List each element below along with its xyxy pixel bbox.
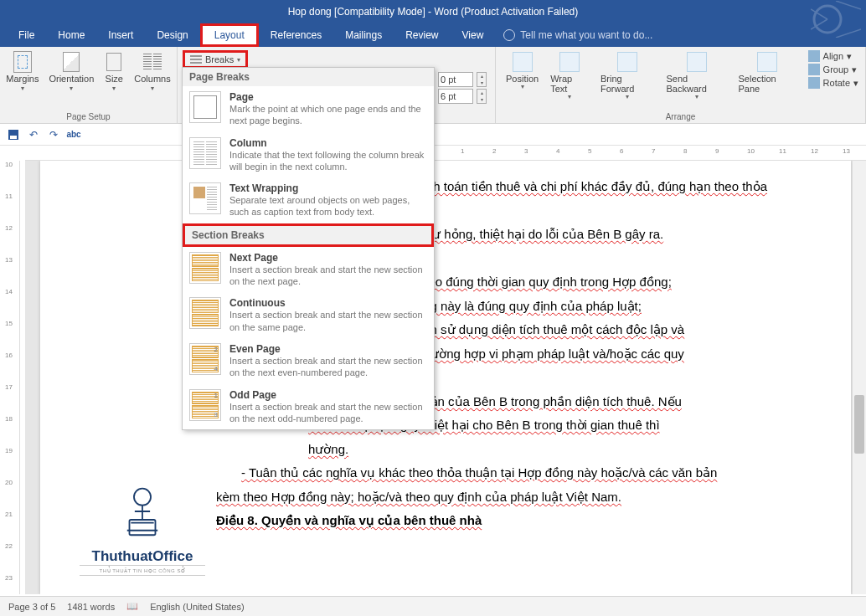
send-backward-button[interactable]: Send Backward▾ xyxy=(663,50,730,103)
break-column[interactable]: ColumnIndicate that the text following t… xyxy=(183,132,434,178)
orientation-button[interactable]: Orientation▾ xyxy=(45,50,97,95)
title-bar: Hop dong [Compatibility Mode] - Word (Pr… xyxy=(0,0,866,23)
group-button[interactable]: Group ▾ xyxy=(808,64,858,75)
bulb-icon xyxy=(503,29,515,41)
watermark-logo: ThuthuatOffice THỦ THUẬT TIN HỌC CÔNG SỞ xyxy=(80,477,205,576)
align-button[interactable]: Align ▾ xyxy=(808,50,858,62)
group-page-setup: Margins▾ Orientation▾ Size▾ Columns▾ Pag… xyxy=(0,47,178,123)
break-text-wrapping[interactable]: Text WrappingSeparate text around object… xyxy=(183,177,434,223)
breaks-icon xyxy=(190,55,202,64)
tab-mailings[interactable]: Mailings xyxy=(333,23,394,47)
spacing-after-input[interactable]: 6 pt xyxy=(438,89,473,104)
next-page-icon xyxy=(189,252,221,284)
size-button[interactable]: Size▾ xyxy=(101,50,127,95)
horizontal-ruler[interactable]: 1234567891011121314151617181920 xyxy=(25,146,866,161)
tell-me[interactable]: Tell me what you want to do... xyxy=(503,29,652,41)
word-count[interactable]: 1481 words xyxy=(67,602,115,612)
break-continuous[interactable]: ContinuousInsert a section break and sta… xyxy=(183,292,434,338)
position-button[interactable]: Position▾ xyxy=(503,50,542,103)
break-odd-page[interactable]: Odd PageInsert a section break and start… xyxy=(183,384,434,430)
tab-review[interactable]: Review xyxy=(394,23,450,47)
group-arrange: Position▾ Wrap Text▾ Bring Forward▾ Send… xyxy=(496,47,866,123)
spinner[interactable]: ▴▾ xyxy=(477,72,487,87)
selection-pane-button[interactable]: Selection Pane xyxy=(735,50,799,103)
page-indicator[interactable]: Page 3 of 5 xyxy=(8,602,55,612)
wrap-text-button[interactable]: Wrap Text▾ xyxy=(547,50,592,103)
text-wrap-icon xyxy=(189,182,221,214)
break-next-page[interactable]: Next PageInsert a section break and star… xyxy=(183,247,434,293)
break-even-page[interactable]: Even PageInsert a section break and star… xyxy=(183,338,434,384)
spinner[interactable]: ▴▾ xyxy=(477,89,487,104)
menu-bar: File Home Insert Design Layout Reference… xyxy=(0,23,866,47)
breaks-button[interactable]: Breaks▾ xyxy=(183,50,248,69)
even-page-icon xyxy=(189,343,221,375)
save-icon[interactable] xyxy=(7,128,20,141)
svg-point-3 xyxy=(134,489,151,506)
tab-view[interactable]: View xyxy=(451,23,496,47)
group-label: Page Setup xyxy=(0,112,177,121)
rotate-icon xyxy=(808,77,820,89)
spacing-before-input[interactable]: 0 pt xyxy=(438,72,473,87)
odd-page-icon xyxy=(189,389,221,421)
tab-home[interactable]: Home xyxy=(46,23,96,47)
spelling-icon[interactable]: abc xyxy=(67,128,80,141)
rotate-button[interactable]: Rotate ▾ xyxy=(808,77,858,89)
redo-icon[interactable]: ↷ xyxy=(47,128,60,141)
status-bar: Page 3 of 5 1481 words 📖 English (United… xyxy=(0,596,866,616)
break-page[interactable]: PageMark the point at which one page end… xyxy=(183,86,434,132)
tab-design[interactable]: Design xyxy=(145,23,199,47)
page-breaks-header: Page Breaks xyxy=(183,68,434,86)
group-icon xyxy=(808,64,820,75)
columns-button[interactable]: Columns▾ xyxy=(131,50,173,95)
vertical-scrollbar[interactable] xyxy=(853,161,866,594)
scroll-thumb[interactable] xyxy=(854,395,864,454)
continuous-icon xyxy=(189,297,221,329)
tab-file[interactable]: File xyxy=(7,23,46,47)
brand-swoosh xyxy=(811,1,861,38)
undo-icon[interactable]: ↶ xyxy=(27,128,40,141)
section-breaks-header: Section Breaks xyxy=(183,223,434,247)
margins-button[interactable]: Margins▾ xyxy=(3,50,42,95)
page-break-icon xyxy=(189,91,221,123)
vertical-ruler[interactable]: 10111213141516171819202122232425 xyxy=(0,161,20,594)
breaks-dropdown: Page Breaks PageMark the point at which … xyxy=(182,67,435,430)
tab-insert[interactable]: Insert xyxy=(96,23,145,47)
proofing-icon[interactable]: 📖 xyxy=(126,601,138,612)
window-title: Hop dong [Compatibility Mode] - Word (Pr… xyxy=(288,6,579,18)
tab-layout[interactable]: Layout xyxy=(200,23,259,47)
bring-forward-button[interactable]: Bring Forward▾ xyxy=(597,50,658,103)
group-label: Arrange xyxy=(496,112,865,121)
column-break-icon xyxy=(189,137,221,169)
language-indicator[interactable]: English (United States) xyxy=(150,602,245,612)
tab-references[interactable]: References xyxy=(259,23,333,47)
align-icon xyxy=(808,50,820,62)
svg-rect-2 xyxy=(10,136,17,139)
